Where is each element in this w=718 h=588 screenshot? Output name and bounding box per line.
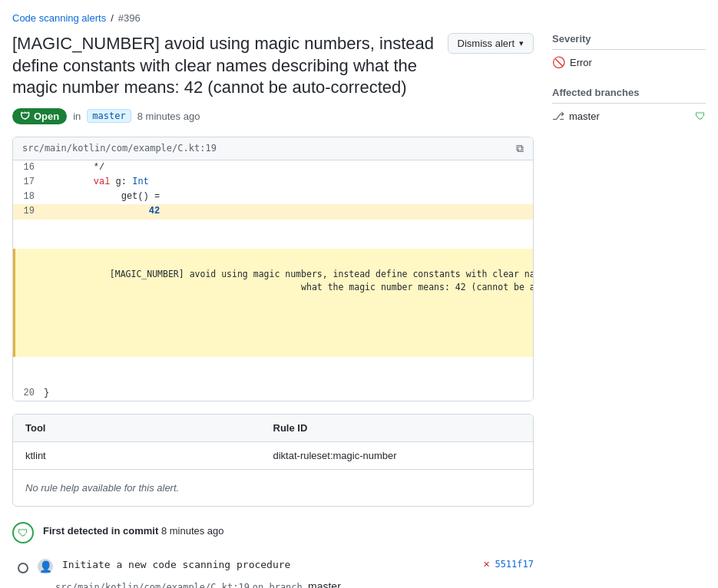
tool-value: ktlint xyxy=(25,450,273,461)
tool-info-body: ktlint diktat-ruleset:magic-number xyxy=(13,442,533,469)
sidebar: Severity 🚫 Error Affected branches ⎇ mas… xyxy=(552,33,706,140)
first-detected-label: First detected in commit xyxy=(43,525,158,537)
shield-icon: 🛡 xyxy=(20,111,30,122)
error-icon: 🚫 xyxy=(552,56,565,68)
page-title: [MAGIC_NUMBER] avoid using magic numbers… xyxy=(12,33,435,99)
table-row: 17 val g: Int xyxy=(13,175,534,190)
alert-message-text: [MAGIC_NUMBER] avoid using magic numbers… xyxy=(110,269,534,292)
branch-item: ⎇ master 🛡 xyxy=(552,110,706,122)
line-number: 20 xyxy=(13,386,44,401)
code-table: 16 */ 17 val g: Int 18 get() = xyxy=(13,160,534,401)
table-row: 20 } xyxy=(13,386,534,401)
line-number: 19 xyxy=(13,204,44,219)
file-path: src/main/kotlin/com/example/C.kt:19 xyxy=(22,143,217,154)
table-row: 18 get() = xyxy=(13,190,534,204)
branch-item-left: ⎇ master xyxy=(552,110,600,122)
avatar: 👤 xyxy=(38,559,53,574)
first-detected-section: 🛡 First detected in commit 8 minutes ago xyxy=(12,522,534,543)
affected-branches-section: Affected branches ⎇ master 🛡 xyxy=(552,87,706,122)
alert-message-box: [MAGIC_NUMBER] avoid using magic numbers… xyxy=(13,249,534,357)
line-content: */ xyxy=(44,160,534,175)
git-branch-icon: ⎇ xyxy=(552,110,564,122)
branch-tag: master xyxy=(87,109,131,123)
line-content: get() = xyxy=(44,190,534,204)
severity-label: Severity xyxy=(552,33,706,50)
commit-file-ref: src/main/kotlin/com/example/C.kt:19 xyxy=(55,582,250,588)
line-content: val g: Int xyxy=(44,175,534,190)
first-detected-heading: First detected in commit 8 minutes ago xyxy=(43,525,534,537)
commit-dot-icon xyxy=(18,563,28,573)
commit-row: 👤 Initiate a new code scanning procedure… xyxy=(12,559,534,574)
code-header: src/main/kotlin/com/example/C.kt:19 ⧉ xyxy=(13,137,533,160)
commit-hash-link[interactable]: 5511f17 xyxy=(495,559,534,570)
tool-info-box: Tool Rule ID ktlint diktat-ruleset:magic… xyxy=(12,414,534,507)
copy-icon[interactable]: ⧉ xyxy=(516,142,524,155)
line-number: 17 xyxy=(13,175,44,190)
breadcrumb-separator: / xyxy=(111,12,114,24)
commit-detail: src/main/kotlin/com/example/C.kt:19 on b… xyxy=(55,580,534,588)
status-badge: 🛡 Open xyxy=(12,108,67,124)
breadcrumb-link[interactable]: Code scanning alerts xyxy=(12,12,106,24)
branch-shield-icon: 🛡 xyxy=(695,110,706,122)
affected-branches-label: Affected branches xyxy=(552,87,706,104)
table-row: 16 */ xyxy=(13,160,534,175)
title-row: [MAGIC_NUMBER] avoid using magic numbers… xyxy=(12,33,534,99)
table-row-highlight: 19 42 xyxy=(13,204,534,219)
breadcrumb-current: #396 xyxy=(118,12,141,24)
magic-number: 42 xyxy=(149,206,160,216)
keyword-val: val xyxy=(94,177,111,187)
timeline: 🛡 First detected in commit 8 minutes ago… xyxy=(12,522,534,588)
line-content: } xyxy=(44,386,534,401)
ruleid-value: diktat-ruleset:magic-number xyxy=(273,450,521,461)
first-detected-content: First detected in commit 8 minutes ago xyxy=(43,522,534,541)
dismiss-alert-button[interactable]: Dismiss alert ▾ xyxy=(448,33,534,54)
main-content: [MAGIC_NUMBER] avoid using magic numbers… xyxy=(12,33,534,588)
time-ago: 8 minutes ago xyxy=(137,111,200,122)
commit-branch-tag: master xyxy=(308,580,341,588)
keyword-type: Int xyxy=(132,177,149,187)
line-number: 18 xyxy=(13,190,44,204)
alert-message-cell: [MAGIC_NUMBER] avoid using magic numbers… xyxy=(13,220,534,387)
commit-branch-label: on branch xyxy=(253,582,308,588)
severity-badge: 🚫 Error xyxy=(552,56,706,68)
chevron-down-icon: ▾ xyxy=(519,38,524,48)
first-detected-time: 8 minutes ago xyxy=(161,525,224,537)
tool-info-header: Tool Rule ID xyxy=(13,415,533,442)
alert-meta: 🛡 Open in master 8 minutes ago xyxy=(12,108,534,124)
severity-section: Severity 🚫 Error xyxy=(552,33,706,68)
shield-timeline-icon: 🛡 xyxy=(12,522,34,543)
branch-name: master xyxy=(569,111,600,122)
tool-col-header: Tool xyxy=(25,422,273,434)
alert-row: [MAGIC_NUMBER] avoid using magic numbers… xyxy=(13,220,534,387)
commit-hash: ✕ 5511f17 xyxy=(483,559,534,570)
ruleid-col-header: Rule ID xyxy=(273,422,521,434)
breadcrumb: Code scanning alerts / #396 xyxy=(12,12,706,24)
status-label: Open xyxy=(34,111,59,122)
dismiss-label: Dismiss alert xyxy=(458,38,515,49)
severity-value: Error xyxy=(570,57,592,68)
in-label: in xyxy=(73,111,81,122)
no-rule-help: No rule help available for this alert. xyxy=(13,469,533,506)
x-icon: ✕ xyxy=(483,560,490,570)
line-content: 42 xyxy=(44,204,534,219)
commit-message: Initiate a new code scanning procedure xyxy=(62,559,474,570)
code-block: src/main/kotlin/com/example/C.kt:19 ⧉ 16… xyxy=(12,137,534,401)
line-number: 16 xyxy=(13,160,44,175)
